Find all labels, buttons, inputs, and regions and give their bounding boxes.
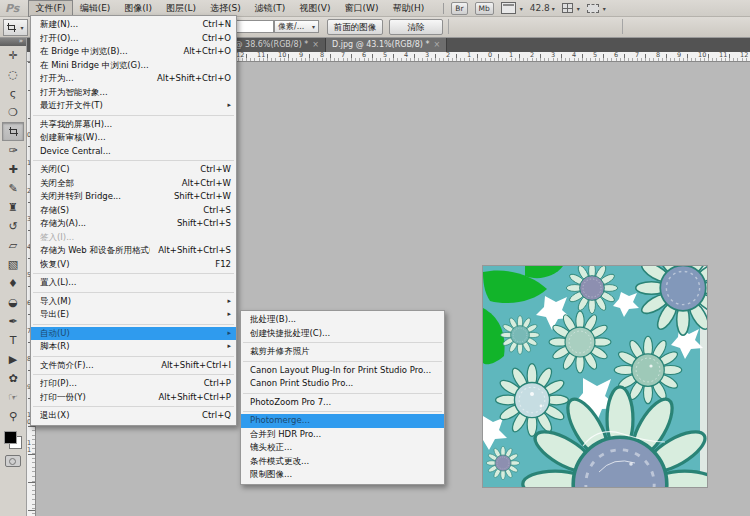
- menubar-item[interactable]: 帮助(H): [385, 0, 431, 17]
- photoshop-window: Ps 文件(F)编辑(E)图像(I)图层(L)选择(S)滤镜(T)视图(V)窗口…: [0, 0, 750, 516]
- eraser-tool[interactable]: ▱: [2, 236, 24, 255]
- clear-button[interactable]: 清除: [389, 19, 443, 35]
- menu-item[interactable]: 新建(N)...Ctrl+N: [31, 18, 236, 32]
- menu-item[interactable]: 导入(M)▸: [31, 295, 236, 309]
- menu-item[interactable]: 打开为智能对象...: [31, 86, 236, 100]
- ruler-number: 0: [488, 52, 492, 59]
- ruler-number: 4: [404, 52, 408, 59]
- zoom-tool[interactable]: ⚲: [2, 407, 24, 426]
- menu-item[interactable]: 创建快捷批处理(C)...: [241, 327, 444, 341]
- menu-item[interactable]: 存储为(A)...Shift+Ctrl+S: [31, 217, 236, 231]
- move-tool[interactable]: ✛: [2, 46, 24, 65]
- menu-item-label: 恢复(V): [40, 258, 207, 272]
- path-selection-tool[interactable]: ▶: [2, 350, 24, 369]
- menu-item[interactable]: 关闭全部Alt+Ctrl+W: [31, 177, 236, 191]
- menu-item[interactable]: 限制图像...: [241, 468, 444, 482]
- menu-item[interactable]: 打印(P)...Ctrl+P: [31, 377, 236, 391]
- hand-tool[interactable]: ☞: [2, 388, 24, 407]
- menu-item[interactable]: 关闭(C)Ctrl+W: [31, 163, 236, 177]
- dodge-tool[interactable]: ◒: [2, 293, 24, 312]
- menu-item[interactable]: 打开为...Alt+Shift+Ctrl+O: [31, 72, 236, 86]
- view-extras-button[interactable]: ▾: [501, 2, 523, 14]
- ruler-number: 5: [593, 52, 597, 59]
- menu-item[interactable]: Photomerge...: [241, 414, 444, 428]
- bridge-button[interactable]: Br: [451, 2, 467, 15]
- menu-item[interactable]: 脚本(R)▸: [31, 340, 236, 354]
- menu-item-shortcut: Alt+Shift+Ctrl+I: [161, 359, 231, 373]
- foreground-color-swatch[interactable]: [4, 431, 17, 444]
- menu-item-label: 置入(L)...: [40, 276, 231, 290]
- menu-item-label: 最近打开文件(T): [40, 99, 223, 113]
- menu-separator: [243, 342, 442, 343]
- menu-item[interactable]: 存储为 Web 和设备所用格式(D)...Alt+Shift+Ctrl+S: [31, 244, 236, 258]
- tab-close-icon[interactable]: ×: [312, 40, 319, 49]
- front-image-button[interactable]: 前面的图像: [327, 19, 383, 35]
- history-brush-tool[interactable]: ↺: [2, 217, 24, 236]
- brush-tool[interactable]: ✎: [2, 179, 24, 198]
- menu-item[interactable]: 共享我的屏幕(H)...: [31, 118, 236, 132]
- menubar-item[interactable]: 视图(V): [292, 0, 337, 17]
- menu-item-label: 打开为...: [40, 72, 149, 86]
- menu-item-shortcut: Alt+Ctrl+O: [183, 45, 231, 59]
- tab-close-icon[interactable]: ×: [433, 40, 440, 49]
- menu-item[interactable]: 合并到 HDR Pro...: [241, 428, 444, 442]
- menu-item[interactable]: 最近打开文件(T)▸: [31, 99, 236, 113]
- menu-item[interactable]: 退出(X)Ctrl+Q: [31, 409, 236, 423]
- menu-item: 签入(I)...: [31, 231, 236, 245]
- menubar-item[interactable]: 窗口(W): [338, 0, 386, 17]
- menu-item[interactable]: 存储(S)Ctrl+S: [31, 204, 236, 218]
- crop-icon: [9, 127, 18, 136]
- type-tool[interactable]: T: [2, 331, 24, 350]
- menu-item-shortcut: Alt+Shift+Ctrl+P: [159, 391, 231, 405]
- resolution-unit-dropdown[interactable]: 像素/... ▾: [274, 20, 319, 33]
- quick-mask-button[interactable]: [5, 455, 21, 467]
- menu-item[interactable]: Device Central...: [31, 145, 236, 159]
- menu-item[interactable]: 打印一份(Y)Alt+Shift+Ctrl+P: [31, 391, 236, 405]
- menu-item[interactable]: 打开(O)...Ctrl+O: [31, 32, 236, 46]
- healing-brush-tool[interactable]: ✚: [2, 160, 24, 179]
- menubar-item[interactable]: 滤镜(T): [248, 0, 293, 17]
- menu-item[interactable]: 镜头校正...: [241, 441, 444, 455]
- blur-tool[interactable]: ♦: [2, 274, 24, 293]
- menu-item[interactable]: 导出(E)▸: [31, 308, 236, 322]
- menu-item[interactable]: 在 Mini Bridge 中浏览(G)...: [31, 59, 236, 73]
- marquee-tool[interactable]: ◌: [2, 65, 24, 84]
- color-swatches[interactable]: [4, 431, 22, 449]
- pen-tool[interactable]: ✒: [2, 312, 24, 331]
- menu-item[interactable]: 恢复(V)F12: [31, 258, 236, 272]
- screen-mode-button[interactable]: ▾: [587, 4, 606, 13]
- zoom-level-control[interactable]: 42.8 ▾: [530, 3, 555, 13]
- menu-item-label: 条件模式更改...: [250, 455, 439, 469]
- clone-stamp-tool[interactable]: ♜: [2, 198, 24, 217]
- mini-bridge-button[interactable]: Mb: [475, 2, 494, 15]
- menu-item[interactable]: 关闭并转到 Bridge...Shift+Ctrl+W: [31, 190, 236, 204]
- menu-separator: [33, 324, 234, 325]
- crop-tool-preset[interactable]: ▾: [3, 19, 28, 36]
- ruler-number: 6: [362, 52, 366, 59]
- collapse-panel-button[interactable]: »: [0, 37, 26, 46]
- quick-selection-tool[interactable]: ❍: [2, 103, 24, 122]
- menu-item[interactable]: 批处理(B)...: [241, 313, 444, 327]
- ruler-number: 12: [236, 52, 244, 59]
- menu-item[interactable]: 条件模式更改...: [241, 455, 444, 469]
- crop-tool[interactable]: [2, 122, 24, 141]
- document-image[interactable]: [483, 266, 707, 487]
- menu-item[interactable]: 在 Bridge 中浏览(B)...Alt+Ctrl+O: [31, 45, 236, 59]
- menu-item-shortcut: F12: [215, 258, 231, 272]
- menu-item[interactable]: 裁剪并修齐照片: [241, 345, 444, 359]
- menu-item[interactable]: Canon Print Studio Pro...: [241, 377, 444, 391]
- menu-item-label: 镜头校正...: [250, 441, 439, 455]
- menu-item[interactable]: PhotoZoom Pro 7...: [241, 396, 444, 410]
- document-tab[interactable]: D.jpg @ 43.1%(RGB/8) *×: [326, 37, 447, 52]
- arrange-documents-button[interactable]: ▾: [562, 3, 580, 13]
- menu-item[interactable]: 创建新审核(W)...: [31, 131, 236, 145]
- menu-item[interactable]: 置入(L)...: [31, 276, 236, 290]
- menu-item[interactable]: Canon Layout Plug-In for Print Studio Pr…: [241, 364, 444, 378]
- shape-tool[interactable]: ✿: [2, 369, 24, 388]
- menu-item[interactable]: 文件简介(F)...Alt+Shift+Ctrl+I: [31, 359, 236, 373]
- gradient-tool[interactable]: ▧: [2, 255, 24, 274]
- menu-item[interactable]: 自动(U)▸: [31, 327, 236, 341]
- lasso-tool[interactable]: ς: [2, 84, 24, 103]
- eyedropper-tool[interactable]: ✑: [2, 141, 24, 160]
- zoom-level-value: 42.8: [530, 3, 550, 13]
